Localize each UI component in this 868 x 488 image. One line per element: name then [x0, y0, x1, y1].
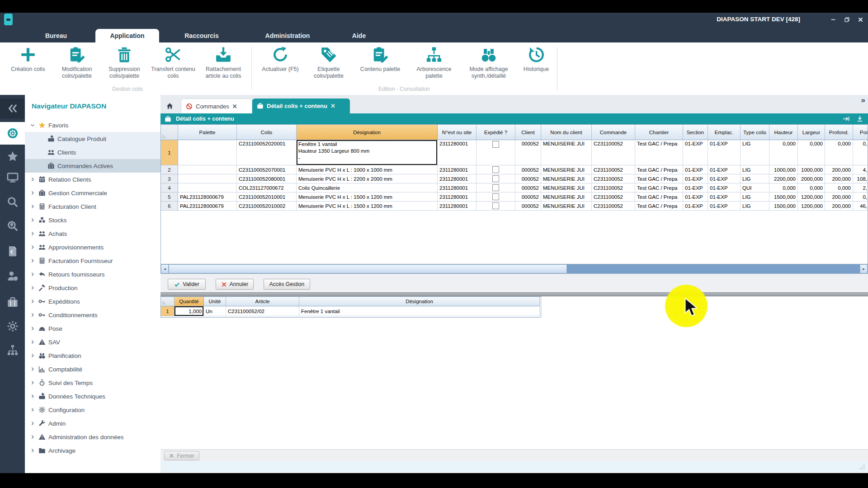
strip-item-hierarchy[interactable]: [0, 340, 25, 360]
tab-overflow-chevrons[interactable]: »: [861, 96, 864, 105]
expedie-checkbox[interactable]: [492, 193, 499, 200]
strip-item-cases[interactable]: [0, 292, 25, 312]
sidebar-item-approvisionnements[interactable]: Approvisionnements: [25, 240, 160, 254]
grid-column-header-type[interactable]: Type colis: [741, 125, 769, 140]
tab-close-icon[interactable]: ✕: [330, 103, 335, 109]
cell-nom[interactable]: MENUISERIE JUI: [541, 183, 592, 192]
cell-type[interactable]: LIG: [741, 192, 769, 202]
cell-chantier[interactable]: Test GAC / Prepa: [635, 165, 683, 174]
cell-designation[interactable]: Fenêtre 1 vantail Hauteur 1350 Largeur 8…: [297, 140, 438, 165]
sidebar-item-comptabilit-[interactable]: Comptabilité: [25, 362, 160, 376]
chevron-right-icon[interactable]: [30, 448, 35, 453]
tab-detail-colis[interactable]: Détail colis + contenu✕: [252, 99, 350, 113]
cell-type[interactable]: LIG: [741, 140, 769, 165]
cell-largeur[interactable]: 1000,000: [798, 165, 825, 174]
menu-item-bureau[interactable]: Bureau: [36, 29, 76, 42]
cell-section[interactable]: 01-EXP: [683, 192, 708, 202]
cell-poids[interactable]: 0,: [853, 192, 868, 202]
cell-commande[interactable]: C231100052: [592, 192, 635, 202]
table-row[interactable]: 4COL231127000672Colis Quincaillerie23112…: [161, 183, 868, 192]
row-number-cell[interactable]: 2: [161, 165, 178, 174]
cell-nom[interactable]: MENUISERIE JUI: [541, 174, 592, 183]
expedie-checkbox[interactable]: [492, 141, 499, 148]
ribbon-button-binoculars[interactable]: Mode affichage synth./détaillé: [464, 46, 513, 80]
scroll-right-arrow[interactable]: ▸: [860, 264, 868, 273]
grid-column-header-commande[interactable]: Commande: [592, 125, 635, 140]
ribbon-button-history[interactable]: Historique: [512, 46, 561, 73]
chevron-right-icon[interactable]: [30, 394, 35, 399]
cell-nevt[interactable]: 2311280001: [438, 183, 476, 192]
chevron-right-icon[interactable]: [30, 191, 35, 195]
detail-grid-corner-cell[interactable]: [161, 297, 175, 306]
scroll-left-arrow[interactable]: ◂: [161, 264, 169, 273]
chevron-right-icon[interactable]: [30, 367, 35, 371]
grid-column-header-section[interactable]: Section: [683, 125, 708, 140]
cell-poids[interactable]: 108,: [853, 174, 868, 183]
chevron-right-icon[interactable]: [30, 218, 35, 222]
cell-type[interactable]: LIG: [741, 202, 769, 211]
tab-commandes[interactable]: Commandes✕: [181, 99, 252, 113]
ribbon-button-refresh[interactable]: Actualiser (F5): [256, 46, 305, 73]
cell-profond[interactable]: 200,000: [825, 202, 853, 211]
chevron-right-icon[interactable]: [30, 380, 35, 385]
cell-colis[interactable]: C231100052080001: [237, 174, 297, 183]
expedie-checkbox[interactable]: [492, 202, 499, 209]
sidebar-item-favoris[interactable]: Favoris: [25, 118, 160, 132]
cell-colis[interactable]: C231100052070001: [237, 165, 297, 174]
strip-item-user-security[interactable]: [0, 266, 25, 286]
table-row[interactable]: 5PAL231128000679C231100052010001Menuiser…: [161, 192, 868, 202]
close-button[interactable]: [856, 15, 864, 23]
cell-emplac[interactable]: 01-EXP: [708, 183, 741, 192]
cell-commande[interactable]: C231100052: [592, 183, 635, 192]
sidebar-item-clients[interactable]: Clients: [25, 145, 160, 159]
row-number-cell[interactable]: 5: [161, 192, 178, 202]
ribbon-button-tree[interactable]: Arborescence palette: [410, 46, 458, 80]
ribbon-button-tag[interactable]: Etiquette colis/palette: [304, 46, 353, 80]
cell-profond[interactable]: 0,000: [825, 140, 853, 165]
cell-section[interactable]: 01-EXP: [683, 165, 708, 174]
cell-palette[interactable]: [178, 183, 237, 192]
chevron-right-icon[interactable]: [30, 408, 35, 412]
cell-nevt[interactable]: 2311280001: [438, 174, 476, 183]
cell-palette[interactable]: PAL231128000679: [178, 202, 237, 211]
horizontal-scrollbar[interactable]: ◂ ▸: [161, 264, 868, 273]
sidebar-item-exp-ditions[interactable]: Expéditions: [25, 295, 160, 308]
sidebar-item-administration-des-donn-es[interactable]: Administration des données: [25, 430, 160, 444]
cell-profond[interactable]: 200,000: [825, 192, 853, 202]
strip-item-search-location[interactable]: [0, 216, 25, 236]
grid-column-header-hauteur[interactable]: Hauteur: [769, 125, 798, 140]
strip-item-search[interactable]: [0, 192, 25, 212]
sidebar-item-admin[interactable]: Admin: [25, 417, 160, 430]
ribbon-button-trash[interactable]: Suppression colis/palette: [100, 46, 149, 80]
table-row[interactable]: 2C231100052070001Menuiserie PVC H x L : …: [161, 165, 868, 174]
cell-largeur[interactable]: 0,000: [798, 183, 825, 192]
menu-item-raccourcis[interactable]: Raccourcis: [176, 29, 227, 42]
cell-chantier[interactable]: Test GAC / Prepa: [635, 192, 683, 202]
cell-nevt[interactable]: 2311280001: [438, 165, 476, 174]
cell-commande[interactable]: C231100052: [592, 202, 635, 211]
grid-column-header-palette[interactable]: Palette: [178, 125, 237, 140]
grid-column-header-emplac[interactable]: Emplac.: [708, 125, 741, 140]
chevron-right-icon[interactable]: [30, 326, 35, 331]
cell-client[interactable]: 000052: [515, 140, 541, 165]
cell-commande[interactable]: C231100052: [592, 140, 635, 165]
chevron-right-icon[interactable]: [30, 299, 35, 304]
cell-type[interactable]: LIG: [741, 174, 769, 183]
acces-gestion-button[interactable]: Accès Gestion: [264, 279, 310, 290]
detail-cell-unite[interactable]: Un: [204, 306, 226, 316]
cell-profond[interactable]: 0,000: [825, 183, 853, 192]
detail-cell-designation[interactable]: Fenêtre 1 vantail: [299, 306, 540, 316]
cell-emplac[interactable]: 01-EXP: [708, 174, 741, 183]
sidebar-item-retours-fournisseurs[interactable]: Retours fournisseurs: [25, 267, 160, 281]
grid-column-header-largeur[interactable]: Largeur: [798, 125, 825, 140]
cell-designation[interactable]: Colis Quincaillerie: [297, 183, 438, 192]
tab-close-icon[interactable]: ✕: [232, 103, 237, 110]
annuler-button[interactable]: Annuler: [216, 279, 254, 290]
cell-profond[interactable]: 200,000: [825, 165, 853, 174]
cell-designation[interactable]: Menuiserie PVC H x L : 1000 x 1000 mm: [297, 165, 438, 174]
menu-item-aide[interactable]: Aide: [344, 29, 374, 42]
cell-client[interactable]: 000052: [515, 183, 541, 192]
cell-designation[interactable]: Menuiserie PVC H x L : 1500 x 1200 mm: [297, 192, 438, 202]
sidebar-item-catalogue-produit[interactable]: Catalogue Produit: [25, 132, 160, 145]
cell-client[interactable]: 000052: [515, 202, 541, 211]
